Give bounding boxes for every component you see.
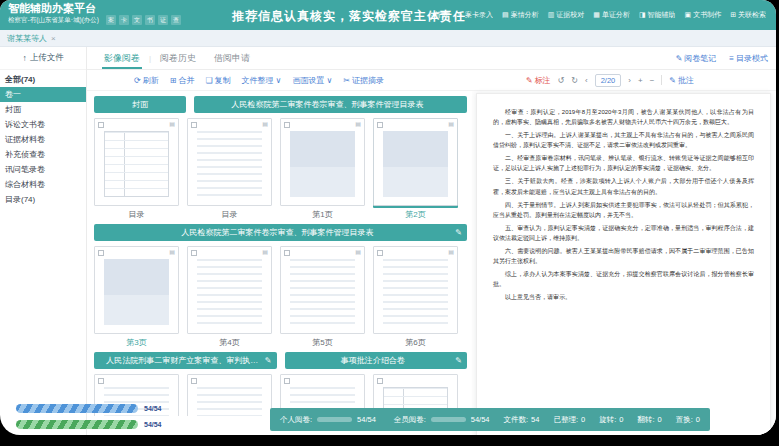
- viewer-toolbar: ✎标注 ↺ ↻ ‹ 2/20 › + − ✎批注: [526, 70, 694, 90]
- case-tab-bar: 谢某某等人 ×: [0, 30, 776, 47]
- merge-button[interactable]: ⊞合并: [170, 75, 195, 86]
- edit-icon[interactable]: ✎: [455, 352, 462, 369]
- copy-button[interactable]: ❏复制: [205, 75, 230, 86]
- group-header-court-review[interactable]: 人民法院刑事二审财产立案审查、审判执… ✎: [94, 352, 277, 369]
- catalog-mode-link[interactable]: ≡目录模式: [729, 53, 768, 64]
- tree-item-interrogation[interactable]: 讯问笔录卷: [0, 162, 86, 177]
- doc-paragraph: 二、经审查原审卷宗材料，讯问笔录、辨认笔录、银行流水、转账凭证等证据之间能够相互…: [493, 153, 754, 173]
- zoom-out-button[interactable]: −: [650, 76, 655, 85]
- team-review-track: [431, 417, 466, 422]
- thumbnail-card-selected[interactable]: ▤ 第2页: [373, 118, 458, 220]
- checkbox[interactable]: [98, 378, 104, 384]
- tab-review-history[interactable]: 阅卷历史: [151, 47, 205, 69]
- upload-icon: ↑: [22, 53, 26, 63]
- page-indicator[interactable]: 2/20: [595, 74, 622, 87]
- thumbnail-card[interactable]: ▤ 第5页: [280, 246, 365, 348]
- next-page-button[interactable]: ›: [628, 76, 631, 85]
- checkbox[interactable]: [284, 122, 290, 128]
- group-header-catalog[interactable]: 人民检察院第二审案件卷宗审查、刑事案件管理目录表: [194, 96, 467, 113]
- upload-file-button[interactable]: ↑ 上传文件: [0, 47, 86, 70]
- tree-item-supplement[interactable]: 补充侦查卷: [0, 147, 86, 162]
- edit-icon[interactable]: ✎: [265, 352, 272, 369]
- tab-borrow-request[interactable]: 借阅申请: [205, 47, 259, 69]
- app-title: 智能辅助办案平台: [8, 2, 218, 15]
- nav-item-smart-assist[interactable]: ◨智能辅助: [639, 10, 676, 20]
- case-tab[interactable]: 谢某某等人 ×: [7, 33, 56, 44]
- personal-progress-bar: 54/54: [16, 404, 162, 413]
- nav-item-case-entry[interactable]: ✎案卡录入: [457, 10, 493, 20]
- group3-headers: 人民法院刑事二审财产立案审查、审判执… ✎ 事项批注介绍合卷 ✎: [94, 352, 467, 369]
- nav-item-doc-create[interactable]: ▣文书制作: [685, 10, 722, 20]
- tree-item-evidence[interactable]: 证据材料卷: [0, 132, 86, 147]
- personal-review-label: 个人阅卷:: [280, 415, 312, 425]
- pencil-icon: ✎: [676, 54, 683, 63]
- group-header-cover[interactable]: 封面: [94, 96, 186, 113]
- thumbnail-sketch: [290, 131, 355, 197]
- thumbnail-card[interactable]: ▤ 目录: [94, 118, 179, 220]
- rotate-right-button[interactable]: ↻: [571, 76, 578, 85]
- nav-item-doc-analysis[interactable]: ▦单证分析: [593, 10, 630, 20]
- zoom-in-button[interactable]: +: [638, 76, 643, 85]
- prev-page-button[interactable]: ‹: [585, 76, 588, 85]
- team-progress-bar: 54/54: [16, 420, 162, 429]
- thumbnail-card[interactable]: ▤ 目录: [187, 118, 272, 220]
- quick-button[interactable]: 查: [171, 15, 181, 25]
- nav-item-evidence-check[interactable]: ▥证据校对: [548, 10, 585, 20]
- checkbox[interactable]: [98, 250, 104, 256]
- nav-item-case-analysis[interactable]: ▤案情分析: [502, 10, 539, 20]
- note-button[interactable]: ✎批注: [669, 75, 694, 86]
- checkbox[interactable]: [284, 250, 290, 256]
- edit-icon[interactable]: ✎: [455, 224, 462, 241]
- file-organize-dropdown[interactable]: 文件整理∨: [242, 75, 282, 86]
- quick-button[interactable]: 书: [145, 15, 155, 25]
- checkbox[interactable]: [377, 378, 383, 384]
- thumbnail-caption: 第2页: [373, 209, 458, 220]
- tree-item-cover[interactable]: 封面: [0, 102, 86, 117]
- volume-tree: 全部(74) 卷一 封面 诉讼文书卷 证据材料卷 补充侦查卷 讯问笔录卷 综合材…: [0, 70, 86, 207]
- group-header-notes-volume[interactable]: 事项批注介绍合卷 ✎: [285, 352, 468, 369]
- thumbnail-card[interactable]: ▤ 第3页: [94, 246, 179, 348]
- annotate-button[interactable]: ✎标注: [526, 75, 551, 86]
- panel-icon: ▦: [593, 11, 600, 19]
- checkbox[interactable]: [191, 250, 197, 256]
- rotate-left-button[interactable]: ↺: [558, 76, 565, 85]
- quick-button[interactable]: 文: [132, 15, 142, 25]
- doc-paragraph: 一、关于上诉理由。上诉人谢某某提出，其主观上不具有非法占有目的，与被害人之间系民…: [493, 130, 754, 150]
- evidence-extract-button[interactable]: ✂证据摘录: [343, 75, 384, 86]
- page-icon: ▤: [355, 120, 361, 127]
- tree-item-all[interactable]: 全部(74): [0, 72, 86, 87]
- nav-item-home[interactable]: ⌂首页: [428, 10, 448, 20]
- tab-image-review[interactable]: 影像阅卷: [95, 47, 149, 69]
- checkbox[interactable]: [191, 122, 197, 128]
- top-nav: ⌂首页 ✎案卡录入 ▤案情分析 ▥证据校对 ▦单证分析 ◨智能辅助 ▣文书制作 …: [428, 0, 776, 30]
- nav-item-related-search[interactable]: ⊞关联检索: [730, 10, 766, 20]
- thumbnail-card[interactable]: ▤ 第6页: [373, 246, 458, 348]
- quick-button[interactable]: 案: [106, 15, 116, 25]
- checkbox[interactable]: [377, 250, 383, 256]
- thumbnail-sketch: [383, 131, 448, 197]
- checkbox[interactable]: [191, 378, 197, 384]
- group-header-catalog2[interactable]: 人民检察院第二审案件卷宗审查、刑事案件管理目录表 ✎: [94, 224, 467, 241]
- thumbnail-card[interactable]: [187, 374, 272, 416]
- refresh-button[interactable]: ⟳刷新: [134, 75, 159, 86]
- display-settings-dropdown[interactable]: 画面设置∨: [292, 75, 332, 86]
- app-window: 智能辅助办案平台 检察官-有(山东省某单·城)(办公) 案 卡 文 书 证 查 …: [0, 0, 776, 435]
- quick-button[interactable]: 卡: [119, 15, 129, 25]
- quick-button[interactable]: 证: [158, 15, 168, 25]
- checkbox[interactable]: [284, 378, 290, 384]
- review-notes-link[interactable]: ✎阅卷笔记: [676, 53, 717, 64]
- thumbnail-caption: 第5页: [280, 337, 365, 348]
- thumbnail-card[interactable]: ▤ 第4页: [187, 246, 272, 348]
- tree-item-misc[interactable]: 综合材料卷: [0, 177, 86, 192]
- checkbox[interactable]: [98, 122, 104, 128]
- page-icon: ▤: [262, 120, 268, 127]
- close-icon[interactable]: ×: [51, 34, 56, 43]
- volume-sidebar: ↑ 上传文件 全部(74) 卷一 封面 诉讼文书卷 证据材料卷 补充侦查卷 讯问…: [0, 47, 87, 435]
- thumbnail-card[interactable]: ▤ 第1页: [280, 118, 365, 220]
- document-page[interactable]: 经审查：原判认定，2019年8月至2020年3月间，被告人谢某某伙同他人，以非法…: [476, 93, 771, 435]
- tree-item-catalog[interactable]: 目录(74): [0, 192, 86, 207]
- tree-item-volume1[interactable]: 卷一: [0, 87, 86, 102]
- tree-item-litigation[interactable]: 诉讼文书卷: [0, 117, 86, 132]
- checkbox[interactable]: [377, 122, 383, 128]
- app-subtitle-row: 检察官-有(山东省某单·城)(办公) 案 卡 文 书 证 查: [8, 15, 218, 25]
